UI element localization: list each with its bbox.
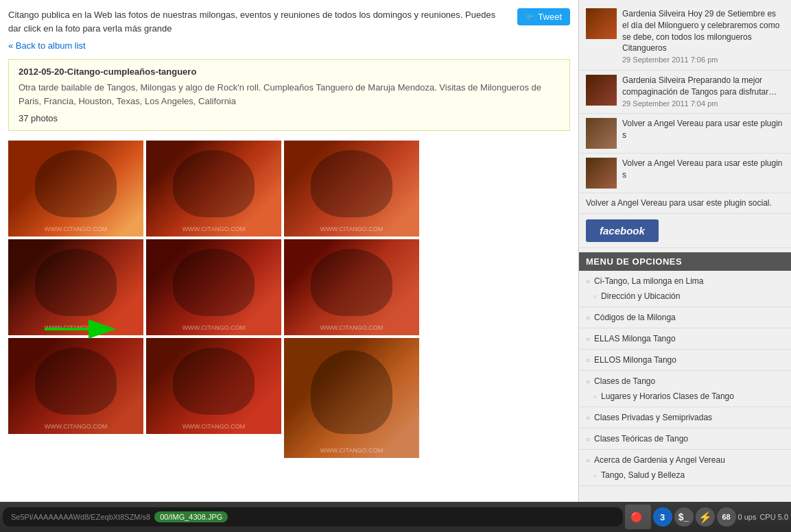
album-photo-count: 37 photos bbox=[19, 113, 560, 123]
album-description: Otra tarde bailable de Tangos, Milongas … bbox=[19, 81, 560, 108]
back-to-album-link[interactable]: Back to album list bbox=[8, 40, 86, 51]
photo-item[interactable] bbox=[284, 338, 419, 458]
recent-thumbnail bbox=[586, 118, 617, 149]
sys-tray: 0 ups CPU 5.0 bbox=[738, 513, 789, 521]
recent-thumbnail bbox=[586, 158, 617, 189]
recent-item-4: Volver a Angel Vereau para usar este plu… bbox=[579, 154, 791, 193]
menu-section: MENU DE OPCIONES Ci-Tango, La milonga en… bbox=[579, 248, 791, 490]
menu-group-acerca: Acerca de Gardenia y Angel Vereau Tango,… bbox=[579, 450, 791, 486]
menu-group-citango: Ci-Tango, La milonga en Lima Dirección y… bbox=[579, 271, 791, 307]
photo-item[interactable] bbox=[8, 338, 143, 434]
photo-inner bbox=[146, 239, 281, 335]
sys-tray-ups: 0 ups bbox=[738, 513, 757, 521]
facebook-button[interactable]: facebook bbox=[586, 219, 659, 242]
photo-item[interactable] bbox=[284, 239, 419, 335]
menu-item-ellas[interactable]: ELLAS Milonga Tango bbox=[579, 331, 791, 346]
url-highlight: 00/IMG_4308.JPG bbox=[154, 511, 228, 522]
photo-inner bbox=[284, 141, 419, 237]
menu-item-citango[interactable]: Ci-Tango, La milonga en Lima bbox=[579, 274, 791, 289]
menu-group-ellas: ELLAS Milonga Tango bbox=[579, 328, 791, 350]
menu-group-codigos: Códigos de la Milonga bbox=[579, 307, 791, 328]
photo-item[interactable] bbox=[146, 239, 281, 335]
photo-item[interactable] bbox=[146, 338, 281, 434]
photo-row-3 bbox=[8, 338, 570, 458]
menu-group-clases: Clases de Tango Lugares y Horarios Clase… bbox=[579, 371, 791, 407]
recent-thumbnail bbox=[586, 75, 617, 106]
menu-group-privadas: Clases Privadas y Semiprivadas bbox=[579, 407, 791, 428]
menu-item-direccion[interactable]: Dirección y Ubicación bbox=[579, 289, 791, 304]
menu-item-clases[interactable]: Clases de Tango bbox=[579, 374, 791, 389]
photo-inner bbox=[284, 338, 419, 458]
album-title: 2012-05-20-Citango-cumpleaños-tanguero bbox=[19, 66, 560, 77]
photo-item[interactable] bbox=[146, 141, 281, 237]
menu-item-acerca[interactable]: Acerca de Gardenia y Angel Vereau bbox=[579, 452, 791, 468]
menu-item-codigos[interactable]: Códigos de la Milonga bbox=[579, 310, 791, 325]
photo-inner bbox=[284, 239, 419, 335]
sys-tray-cpu: CPU 5.0 bbox=[759, 513, 788, 521]
recent-thumbnail bbox=[586, 8, 617, 39]
taskbar-circle-3[interactable]: 3 bbox=[653, 507, 672, 527]
photo-item[interactable] bbox=[284, 141, 419, 237]
photo-item[interactable] bbox=[8, 141, 143, 237]
menu-group-teoricas: Clases Teóricas de Tango bbox=[579, 428, 791, 450]
recent-item-3: Volver a Angel Vereau para usar este plu… bbox=[579, 114, 791, 154]
taskbar-url-bar[interactable]: Se5Pl/AAAAAAAAWd8/EZeqbXt8SZM/s8 00/IMG_… bbox=[3, 507, 623, 527]
photo-item[interactable] bbox=[8, 239, 143, 335]
photo-row-1 bbox=[8, 141, 570, 237]
recent-text: Volver a Angel Vereau para usar este plu… bbox=[622, 158, 784, 181]
main-content: Citango publica en la Web las fotos de n… bbox=[0, 0, 578, 532]
menu-header: MENU DE OPCIONES bbox=[579, 252, 791, 271]
menu-item-privadas[interactable]: Clases Privadas y Semiprivadas bbox=[579, 410, 791, 425]
photo-inner bbox=[146, 338, 281, 434]
menu-item-teoricas[interactable]: Clases Teóricas de Tango bbox=[579, 431, 791, 446]
menu-item-lugares[interactable]: Lugares y Horarios Clases de Tango bbox=[579, 389, 791, 404]
page-wrapper: Citango publica en la Web las fotos de n… bbox=[0, 0, 791, 532]
sidebar: Gardenia Silveira Hoy 29 de Setiembre es… bbox=[578, 0, 791, 532]
photo-inner bbox=[8, 141, 143, 237]
taskbar-lightning-icon[interactable]: ⚡ bbox=[696, 507, 715, 527]
recent-item-2: Gardenia Silveira Preparando la mejor co… bbox=[579, 71, 791, 114]
top-description: Citango publica en la Web las fotos de n… bbox=[8, 5, 570, 35]
tweet-button[interactable]: Tweet bbox=[517, 8, 570, 25]
menu-group-ellos: ELLOS Milonga Tango bbox=[579, 350, 791, 371]
recent-text: Volver a Angel Vereau para usar este plu… bbox=[586, 197, 772, 209]
menu-item-ellos[interactable]: ELLOS Milonga Tango bbox=[579, 352, 791, 367]
taskbar-badge-item[interactable]: 68 bbox=[717, 507, 736, 527]
photo-inner bbox=[8, 338, 143, 434]
photo-inner bbox=[146, 141, 281, 237]
album-info-box: 2012-05-20-Citango-cumpleaños-tanguero O… bbox=[8, 59, 570, 131]
sidebar-inner: Gardenia Silveira Hoy 29 de Setiembre es… bbox=[579, 0, 791, 532]
recent-text: Volver a Angel Vereau para usar este plu… bbox=[622, 118, 784, 141]
photo-inner bbox=[8, 239, 143, 335]
menu-item-tango-salud[interactable]: Tango, Salud y Belleza bbox=[579, 468, 791, 483]
recent-item-5: Volver a Angel Vereau para usar este plu… bbox=[579, 193, 791, 214]
taskbar-item-icon: 🔴 bbox=[630, 511, 642, 522]
url-text-before: Se5Pl/AAAAAAAAWd8/EZeqbXt8SZM/s8 bbox=[11, 513, 150, 521]
recent-text: Gardenia Silveira Hoy 29 de Setiembre es… bbox=[622, 8, 784, 66]
recent-text: Gardenia Silveira Preparando la mejor co… bbox=[622, 75, 784, 109]
taskbar-item-1[interactable]: 🔴 bbox=[625, 505, 651, 529]
recent-item-1: Gardenia Silveira Hoy 29 de Setiembre es… bbox=[579, 4, 791, 71]
facebook-widget: facebook bbox=[579, 214, 791, 248]
site-description: Citango publica en la Web las fotos de n… bbox=[8, 8, 510, 35]
taskbar-terminal-icon[interactable]: $_ bbox=[674, 507, 694, 527]
content-inner: Citango publica en la Web las fotos de n… bbox=[0, 0, 578, 463]
photo-row-2 bbox=[8, 239, 570, 335]
taskbar: Se5Pl/AAAAAAAAWd8/EZeqbXt8SZM/s8 00/IMG_… bbox=[0, 502, 791, 532]
photo-grid bbox=[8, 141, 570, 458]
